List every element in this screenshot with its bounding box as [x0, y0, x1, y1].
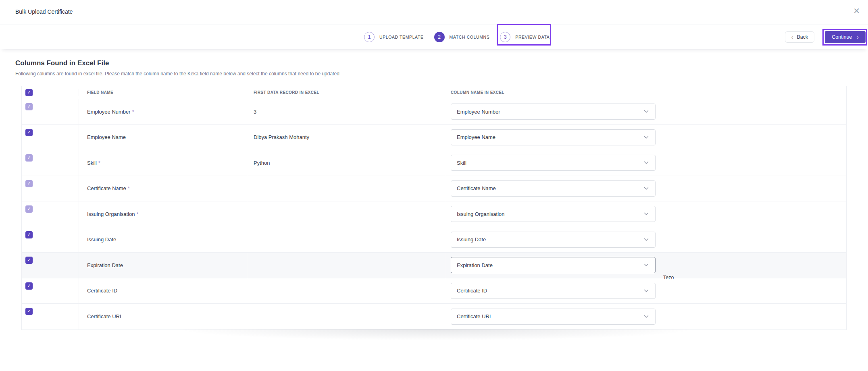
chevron-down-icon [644, 212, 649, 216]
first-record-value: Python [254, 160, 270, 166]
field-name-label: Skill [87, 160, 97, 166]
table-row: ✓ Employee Number * 3 Employee Number [22, 99, 846, 125]
back-button[interactable]: ‹ Back [785, 31, 814, 43]
required-asterisk: * [98, 160, 100, 166]
column-name-select[interactable]: Certificate ID [451, 283, 656, 299]
selected-column-label: Certificate URL [457, 313, 492, 319]
modal-title: Bulk Upload Certificate [15, 8, 73, 15]
step-1-circle: 1 [364, 32, 375, 42]
column-name-select[interactable]: Certificate URL [451, 309, 656, 325]
continue-button-label: Continue [832, 34, 852, 40]
chevron-down-icon [644, 238, 649, 241]
floating-label: Tezo [663, 275, 674, 280]
chevron-down-icon [644, 187, 649, 190]
stepper: 1 UPLOAD TEMPLATE 2 MATCH COLUMNS 3 PREV… [364, 25, 550, 49]
row-checkbox[interactable]: ✓ [25, 257, 33, 264]
field-name-label: Issuing Organisation [87, 211, 135, 217]
required-asterisk: * [137, 211, 139, 217]
chevron-left-icon: ‹ [791, 34, 793, 40]
header-first-record: FIRST DATA RECORD IN EXCEL [254, 90, 319, 95]
page-subtitle: Following columns are found in excel fil… [15, 71, 339, 77]
chevron-down-icon [644, 289, 649, 292]
step-upload-template[interactable]: 1 UPLOAD TEMPLATE [364, 32, 424, 42]
table-body: ✓ Employee Number * 3 Employee Number ✓ … [22, 99, 846, 330]
row-checkbox: ✓ [25, 180, 33, 187]
row-checkbox[interactable]: ✓ [25, 129, 33, 136]
toolbar-actions: ‹ Back Continue › [785, 25, 866, 49]
field-name-label: Issuing Date [87, 236, 116, 242]
step-match-columns[interactable]: 2 MATCH COLUMNS [434, 32, 490, 42]
selected-column-label: Issuing Date [457, 236, 486, 242]
select-all-checkbox[interactable]: ✓ [25, 89, 33, 96]
step-preview-data[interactable]: 3 PREVIEW DATA [500, 32, 550, 42]
table-row: ✓ Skill * Python Skill [22, 150, 846, 176]
checkmark-icon: ✓ [27, 232, 31, 237]
chevron-down-icon [644, 110, 649, 113]
step-2-label: MATCH COLUMNS [450, 35, 490, 39]
page-title: Columns Found in Excel File [15, 59, 109, 67]
row-checkbox: ✓ [25, 154, 33, 162]
selected-column-label: Expiration Date [457, 262, 493, 268]
modal-titlebar: Bulk Upload Certificate ✕ [0, 0, 868, 25]
selected-column-label: Employee Number [457, 109, 500, 115]
step-2-circle: 2 [434, 32, 445, 42]
stepper-toolbar: 1 UPLOAD TEMPLATE 2 MATCH COLUMNS 3 PREV… [0, 25, 868, 49]
field-name-label: Certificate URL [87, 313, 123, 319]
first-record-value: 3 [254, 109, 256, 115]
column-name-select[interactable]: Skill [451, 155, 656, 171]
column-name-select[interactable]: Employee Number [451, 104, 656, 120]
selected-column-label: Employee Name [457, 134, 495, 140]
table-row: ✓ Issuing Date * Issuing Date [22, 227, 846, 253]
table-header-row: ✓ FIELD NAME FIRST DATA RECORD IN EXCEL … [22, 86, 846, 99]
checkmark-icon: ✓ [27, 207, 31, 211]
table-row: ✓ Employee Name * Dibya Prakash Mohanty … [22, 125, 846, 151]
field-name-label: Certificate ID [87, 288, 117, 294]
checkmark-icon: ✓ [27, 283, 31, 288]
checkmark-icon: ✓ [27, 181, 31, 186]
step-3-label: PREVIEW DATA [515, 35, 550, 39]
checkmark-icon: ✓ [27, 90, 31, 95]
column-name-select[interactable]: Employee Name [451, 129, 656, 145]
checkmark-icon: ✓ [27, 104, 31, 109]
chevron-down-icon [644, 315, 649, 318]
field-name-label: Certificate Name [87, 185, 126, 191]
checkmark-icon: ✓ [27, 155, 31, 160]
required-asterisk: * [132, 109, 134, 115]
row-checkbox: ✓ [25, 205, 33, 213]
selected-column-label: Skill [457, 160, 466, 166]
row-checkbox: ✓ [25, 103, 33, 110]
chevron-down-icon [644, 161, 649, 164]
modal-bottom-shadow [101, 329, 770, 346]
table-row: ✓ Certificate Name * Certificate Name [22, 176, 846, 202]
checkmark-icon: ✓ [27, 258, 31, 263]
field-name-label: Employee Number [87, 109, 131, 115]
columns-table: ✓ FIELD NAME FIRST DATA RECORD IN EXCEL … [21, 86, 847, 330]
row-checkbox[interactable]: ✓ [25, 308, 33, 315]
back-button-label: Back [797, 34, 808, 40]
column-name-select[interactable]: Expiration Date [451, 257, 656, 273]
header-column-name: COLUMN NAME IN EXCEL [451, 90, 504, 95]
chevron-down-icon [644, 263, 649, 267]
step-1-label: UPLOAD TEMPLATE [379, 35, 424, 39]
table-row: ✓ Certificate URL * Certificate URL [22, 304, 846, 330]
close-icon[interactable]: ✕ [853, 7, 860, 15]
chevron-down-icon [644, 136, 649, 139]
selected-column-label: Certificate Name [457, 185, 496, 191]
checkmark-icon: ✓ [27, 309, 31, 314]
column-name-select[interactable]: Issuing Date [451, 232, 656, 248]
chevron-right-icon: › [857, 34, 859, 40]
header-field-name: FIELD NAME [87, 90, 113, 95]
required-asterisk: * [128, 185, 130, 191]
row-checkbox[interactable]: ✓ [25, 231, 33, 238]
selected-column-label: Issuing Organisation [457, 211, 505, 217]
selected-column-label: Certificate ID [457, 288, 487, 294]
row-checkbox[interactable]: ✓ [25, 282, 33, 290]
continue-button[interactable]: Continue › [825, 31, 866, 43]
checkmark-icon: ✓ [27, 130, 31, 135]
column-name-select[interactable]: Issuing Organisation [451, 206, 656, 222]
first-record-value: Dibya Prakash Mohanty [254, 134, 309, 140]
table-row: ✓ Issuing Organisation * Issuing Organis… [22, 201, 846, 227]
column-name-select[interactable]: Certificate Name [451, 180, 656, 197]
field-name-label: Employee Name [87, 134, 126, 140]
table-row: ✓ Expiration Date * Expiration Date [22, 253, 846, 278]
